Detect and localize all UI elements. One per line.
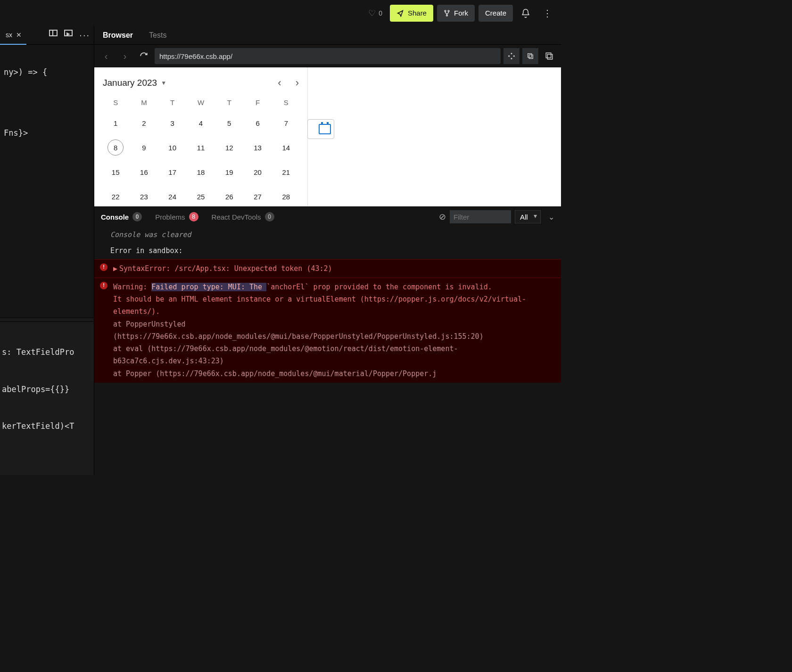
date-input[interactable] bbox=[307, 119, 334, 139]
calendar-day[interactable]: 18 bbox=[193, 164, 209, 180]
calendar-day[interactable]: 28 bbox=[278, 188, 294, 205]
top-toolbar: ♡ 0 Share Fork Create ⋮ bbox=[0, 0, 561, 26]
datepicker-month[interactable]: January 2023 ▼ bbox=[103, 78, 166, 88]
copy-icon bbox=[527, 52, 534, 60]
console-body[interactable]: Console was cleared Error in sandbox: ! … bbox=[94, 227, 561, 475]
calendar-day[interactable]: 4 bbox=[193, 115, 209, 131]
tab-console[interactable]: Console 0 bbox=[101, 212, 142, 221]
svg-rect-3 bbox=[511, 53, 512, 55]
calendar-day[interactable]: 17 bbox=[165, 164, 181, 180]
datepicker: January 2023 ▼ ‹ › S M T W T F S bbox=[94, 67, 308, 206]
calendar-day[interactable]: 25 bbox=[193, 188, 209, 205]
calendar-day[interactable]: 15 bbox=[107, 164, 124, 180]
console-panel: Console 0 Problems 8 React DevTools 0 ⊘ … bbox=[94, 206, 561, 475]
error-icon: ! bbox=[100, 263, 107, 271]
devtools-count: 0 bbox=[265, 212, 274, 221]
calendar-day[interactable]: 10 bbox=[165, 139, 181, 156]
filter-input[interactable] bbox=[450, 210, 511, 223]
calendar-day[interactable]: 22 bbox=[107, 188, 124, 205]
svg-rect-6 bbox=[511, 57, 512, 59]
calendar-day[interactable]: 1 bbox=[107, 115, 124, 131]
svg-rect-10 bbox=[547, 54, 553, 59]
calendar-day[interactable]: 2 bbox=[136, 115, 152, 131]
problems-count: 8 bbox=[189, 212, 198, 221]
calendar-day[interactable]: 16 bbox=[136, 164, 152, 180]
tab-tests[interactable]: Tests bbox=[149, 31, 166, 44]
tab-react-devtools[interactable]: React DevTools 0 bbox=[212, 212, 274, 221]
create-button[interactable]: Create bbox=[478, 5, 513, 22]
calendar-day[interactable]: 21 bbox=[278, 164, 294, 180]
calendar-day[interactable]: 26 bbox=[221, 188, 237, 205]
editor-tab-active[interactable]: sx ✕ bbox=[0, 26, 26, 45]
editor-diff-view[interactable]: s: TextFieldPro abelProps={{}} kerTextFi… bbox=[0, 321, 94, 475]
calendar-day[interactable]: 9 bbox=[136, 139, 152, 156]
like-group[interactable]: ♡ 0 bbox=[368, 8, 382, 18]
heart-icon: ♡ bbox=[368, 8, 376, 18]
calendar-day[interactable]: 13 bbox=[250, 139, 266, 156]
calendar-day[interactable]: 3 bbox=[165, 115, 181, 131]
reload-button[interactable] bbox=[136, 48, 152, 64]
console-count: 0 bbox=[132, 212, 142, 221]
preview-area: January 2023 ▼ ‹ › S M T W T F S bbox=[94, 67, 561, 206]
reload-icon bbox=[140, 52, 148, 60]
editor-panel: sx ✕ ▶ ··· ny>) => { Fns}> ■ s: TextFiel… bbox=[0, 26, 94, 475]
back-button[interactable]: ‹ bbox=[98, 48, 114, 64]
new-window-button[interactable] bbox=[522, 48, 538, 64]
calendar-day[interactable]: 8 bbox=[107, 139, 124, 156]
log-level-select[interactable]: All bbox=[515, 210, 541, 223]
share-icon bbox=[396, 9, 404, 17]
calendar-day[interactable]: 19 bbox=[221, 164, 237, 180]
calendar-day[interactable]: 14 bbox=[278, 139, 294, 156]
svg-rect-4 bbox=[508, 55, 510, 57]
calendar-day[interactable]: 7 bbox=[278, 115, 294, 131]
like-count: 0 bbox=[379, 9, 382, 17]
tab-browser[interactable]: Browser bbox=[103, 31, 133, 44]
console-error-header: Error in sandbox: bbox=[94, 243, 561, 259]
calendar-day[interactable]: 24 bbox=[165, 188, 181, 205]
calendar-day[interactable]: 11 bbox=[193, 139, 209, 156]
share-button[interactable]: Share bbox=[390, 5, 433, 22]
dropdown-icon: ▼ bbox=[161, 80, 166, 86]
calendar-day[interactable]: 20 bbox=[250, 164, 266, 180]
more-icon[interactable]: ··· bbox=[79, 30, 90, 41]
fork-icon bbox=[444, 9, 450, 17]
svg-rect-9 bbox=[546, 53, 551, 58]
url-input[interactable] bbox=[155, 48, 501, 64]
svg-rect-7 bbox=[528, 54, 532, 57]
tab-problems[interactable]: Problems 8 bbox=[155, 212, 198, 221]
calendar-grid: S M T W T F S 12345678910111213141516171… bbox=[103, 98, 299, 206]
fork-button[interactable]: Fork bbox=[437, 5, 475, 22]
expand-icon[interactable]: ▶ bbox=[113, 264, 117, 273]
split-editor-icon[interactable] bbox=[49, 30, 58, 36]
console-error-1[interactable]: ! ▶SyntaxError: /src/App.tsx: Unexpected… bbox=[94, 259, 561, 278]
calendar-day[interactable]: 27 bbox=[250, 188, 266, 205]
svg-point-2 bbox=[446, 15, 448, 16]
diamond-icon bbox=[508, 52, 515, 60]
editor-code[interactable]: ny>) => { Fns}> bbox=[0, 45, 94, 318]
open-external-button[interactable] bbox=[541, 48, 557, 64]
tab-name: sx bbox=[6, 31, 12, 39]
prev-month-button[interactable]: ‹ bbox=[278, 77, 281, 89]
calendar-day[interactable]: 12 bbox=[221, 139, 237, 156]
preview-tabbar: Browser Tests bbox=[94, 26, 561, 45]
svg-point-1 bbox=[448, 10, 449, 11]
calendar-day[interactable]: 5 bbox=[221, 115, 237, 131]
collapse-console-button[interactable]: ⌄ bbox=[548, 213, 554, 221]
svg-rect-8 bbox=[529, 55, 533, 58]
calendar-day[interactable]: 23 bbox=[136, 188, 152, 205]
next-month-button[interactable]: › bbox=[296, 77, 299, 89]
notifications-button[interactable] bbox=[517, 4, 535, 22]
clear-console-button[interactable]: ⊘ bbox=[439, 212, 446, 222]
more-menu-button[interactable]: ⋮ bbox=[538, 4, 556, 22]
console-error-2[interactable]: ! Warning: Failed prop type: MUI: The `a… bbox=[94, 278, 561, 383]
console-cleared: Console was cleared bbox=[94, 227, 561, 243]
calendar-icon bbox=[319, 124, 331, 134]
csb-icon-button[interactable] bbox=[503, 48, 520, 64]
console-tabs: Console 0 Problems 8 React DevTools 0 ⊘ … bbox=[94, 207, 561, 227]
forward-button[interactable]: › bbox=[117, 48, 133, 64]
url-bar: ‹ › bbox=[94, 45, 561, 67]
close-icon[interactable]: ✕ bbox=[16, 31, 22, 39]
calendar-day[interactable]: 6 bbox=[250, 115, 266, 131]
preview-icon[interactable]: ▶ bbox=[64, 30, 73, 36]
kebab-icon: ⋮ bbox=[543, 10, 552, 16]
